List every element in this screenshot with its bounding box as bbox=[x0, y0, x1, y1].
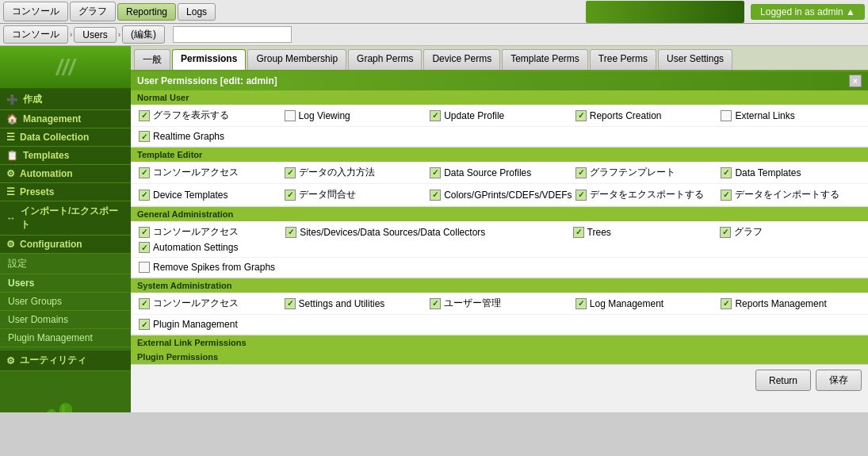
checkbox-graph-template[interactable] bbox=[575, 167, 587, 178]
perm-label: ユーザー管理 bbox=[444, 297, 501, 310]
main-layout: /// ➕ 作成 🏠 Management ☰ Data Collection … bbox=[0, 46, 868, 412]
sidebar-import-export[interactable]: ↔ インポート/エクスポート bbox=[0, 201, 131, 236]
perm-item: Sites/Devices/Data Sources/Data Collecto… bbox=[282, 224, 569, 240]
checkbox-data-import[interactable] bbox=[721, 190, 732, 201]
configuration-icon: ⚙ bbox=[6, 239, 15, 250]
sidebar-user-groups[interactable]: User Groups bbox=[0, 293, 131, 311]
checkbox-realtime-graphs[interactable] bbox=[139, 131, 150, 142]
checkbox-trees[interactable] bbox=[573, 227, 584, 238]
checkbox-data-query[interactable] bbox=[285, 190, 296, 201]
tab-user-settings[interactable]: User Settings bbox=[658, 49, 732, 70]
footer-bar: Return 保存 bbox=[131, 364, 868, 396]
tab-tree-perms[interactable]: Tree Perms bbox=[590, 49, 656, 70]
sidebar-create[interactable]: ➕ 作成 bbox=[0, 90, 131, 110]
checkbox-data-source-profiles[interactable] bbox=[430, 167, 441, 178]
perm-item: Trees bbox=[570, 224, 717, 240]
checkbox-user-management[interactable] bbox=[430, 298, 441, 309]
sidebar-utilities-label: ユーティリティ bbox=[20, 354, 86, 367]
return-button[interactable]: Return bbox=[755, 370, 811, 391]
perm-label: External Links bbox=[735, 110, 794, 121]
checkbox-graph[interactable] bbox=[720, 227, 731, 238]
sidebar-user-domains[interactable]: User Domains bbox=[0, 311, 131, 329]
checkbox-log-viewing[interactable] bbox=[285, 110, 296, 121]
sidebar-automation[interactable]: ⚙ Automation bbox=[0, 165, 131, 183]
perm-item: Colors/GPrints/CDEFs/VDEFs bbox=[426, 186, 572, 203]
checkbox-data-templates[interactable] bbox=[721, 167, 732, 178]
checkbox-device-templates[interactable] bbox=[139, 190, 150, 201]
perm-label: Settings and Utilities bbox=[299, 298, 385, 309]
perm-item: Data Templates bbox=[717, 164, 863, 181]
perm-label: Sites/Devices/Data Sources/Data Collecto… bbox=[300, 227, 485, 238]
tab-device-perms[interactable]: Device Perms bbox=[423, 49, 500, 70]
sidebar-templates[interactable]: 📋 Templates bbox=[0, 147, 131, 165]
sidebar-settings[interactable]: 設定 bbox=[0, 254, 131, 274]
breadcrumb-bar: コンソール › Users › (編集) bbox=[0, 24, 868, 46]
sidebar-configuration[interactable]: ⚙ Configuration bbox=[0, 236, 131, 254]
nav-graph[interactable]: グラフ bbox=[70, 2, 116, 21]
nav-reporting[interactable]: Reporting bbox=[117, 3, 176, 21]
checkbox-reports-creation[interactable] bbox=[575, 110, 587, 121]
utilities-icon: ⚙ bbox=[6, 355, 15, 366]
perm-label: グラフテンプレート bbox=[590, 166, 675, 179]
general-admin-row2: Remove Spikes from Graphs bbox=[131, 258, 868, 278]
sidebar-management[interactable]: 🏠 Management bbox=[0, 110, 131, 128]
sidebar-data-collection[interactable]: ☰ Data Collection bbox=[0, 128, 131, 147]
checkbox-data-export[interactable] bbox=[575, 190, 587, 201]
checkbox-external-links[interactable] bbox=[721, 110, 732, 121]
sidebar-users[interactable]: Users bbox=[0, 274, 131, 293]
template-editor-header: Template Editor bbox=[131, 148, 868, 162]
checkbox-automation-settings[interactable] bbox=[139, 242, 150, 253]
perm-label: コンソールアクセス bbox=[153, 297, 239, 310]
perm-label: Realtime Graphs bbox=[153, 131, 224, 142]
tab-group-membership[interactable]: Group Membership bbox=[247, 49, 346, 70]
perm-item: Data Source Profiles bbox=[426, 164, 572, 181]
tab-template-perms[interactable]: Template Perms bbox=[502, 49, 588, 70]
close-button[interactable]: × bbox=[849, 75, 862, 87]
page-title-bar: User Permissions [edit: admin] × bbox=[131, 71, 868, 90]
save-button[interactable]: 保存 bbox=[816, 370, 862, 391]
perm-item: Reports Creation bbox=[572, 107, 718, 124]
system-admin-row2: Plugin Management bbox=[131, 315, 868, 335]
tab-graph-perms[interactable]: Graph Perms bbox=[348, 49, 422, 70]
nav-console[interactable]: コンソール bbox=[3, 2, 68, 21]
perm-item: Log Management bbox=[572, 295, 718, 312]
checkbox-reports-management[interactable] bbox=[721, 298, 732, 309]
checkbox-update-profile[interactable] bbox=[430, 110, 441, 121]
perm-label: Colors/GPrints/CDEFs/VDEFs bbox=[444, 190, 572, 201]
checkbox-plugin-management[interactable] bbox=[139, 319, 150, 330]
checkbox-sites-devices[interactable] bbox=[285, 227, 296, 238]
logged-in-label: Logged in as admin ▲ bbox=[751, 4, 865, 20]
sidebar-create-label: 作成 bbox=[23, 93, 42, 106]
perm-label: Update Profile bbox=[444, 110, 504, 121]
perm-item: データの入力方法 bbox=[281, 164, 427, 181]
sidebar-utilities[interactable]: ⚙ ユーティリティ bbox=[0, 351, 131, 371]
checkbox-console-access-ga[interactable] bbox=[139, 227, 150, 238]
checkbox-settings-utilities[interactable] bbox=[285, 298, 296, 309]
external-link-header: External Link Permissions bbox=[131, 335, 868, 350]
nav-logs[interactable]: Logs bbox=[178, 3, 216, 21]
checkbox-log-management[interactable] bbox=[575, 298, 587, 309]
breadcrumb-search[interactable] bbox=[173, 26, 292, 43]
checkbox-colors-gprints[interactable] bbox=[430, 190, 441, 201]
checkbox-data-input[interactable] bbox=[285, 167, 296, 178]
breadcrumb-users[interactable]: Users bbox=[74, 27, 116, 43]
tabs-bar: 一般 Permissions Group Membership Graph Pe… bbox=[131, 46, 868, 71]
sidebar-presets[interactable]: ☰ Presets bbox=[0, 183, 131, 201]
sidebar-plugin-management[interactable]: Plugin Management bbox=[0, 329, 131, 347]
import-export-icon: ↔ bbox=[6, 213, 16, 224]
perm-item: External Links bbox=[717, 107, 863, 124]
perm-item: データ問合せ bbox=[281, 186, 427, 203]
tab-permissions[interactable]: Permissions bbox=[172, 49, 246, 70]
tab-general[interactable]: 一般 bbox=[134, 49, 170, 70]
checkbox-console-access-te[interactable] bbox=[139, 167, 150, 178]
perm-item: グラフを表示する bbox=[136, 107, 281, 124]
breadcrumb-edit[interactable]: (編集) bbox=[122, 25, 165, 44]
perm-label: Reports Creation bbox=[590, 110, 662, 121]
breadcrumb-console[interactable]: コンソール bbox=[3, 25, 68, 44]
perm-item: コンソールアクセス bbox=[136, 164, 281, 181]
presets-icon: ☰ bbox=[6, 186, 15, 197]
checkbox-console-access-sa[interactable] bbox=[139, 298, 150, 309]
checkbox-graph-display[interactable] bbox=[139, 110, 150, 121]
perm-label: Trees bbox=[587, 227, 611, 238]
checkbox-remove-spikes[interactable] bbox=[139, 262, 150, 273]
